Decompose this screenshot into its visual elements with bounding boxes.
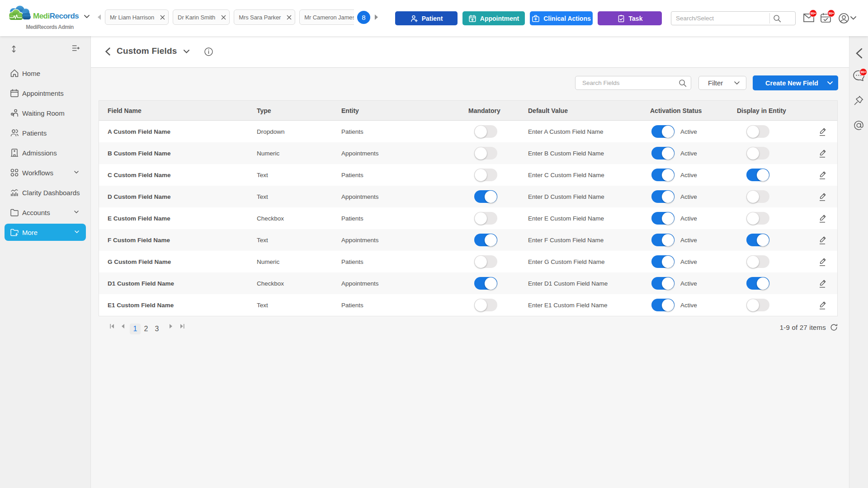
cell-type: Text: [248, 193, 333, 200]
pin-icon[interactable]: [849, 95, 868, 106]
edit-icon[interactable]: [818, 127, 837, 136]
activation-label: Active: [680, 150, 697, 157]
toggle-on[interactable]: [474, 277, 497, 290]
user-profile-icon[interactable]: [839, 13, 849, 23]
toggle-on[interactable]: [651, 169, 675, 181]
tab-close-icon[interactable]: [287, 15, 291, 19]
toggle-off[interactable]: [746, 255, 769, 268]
toggle-on[interactable]: [474, 234, 497, 246]
sidebar-item-more[interactable]: More: [5, 224, 86, 241]
edit-icon[interactable]: [818, 279, 837, 288]
mention-icon[interactable]: [849, 120, 868, 131]
toggle-on[interactable]: [651, 125, 675, 138]
toggle-off[interactable]: [746, 299, 769, 311]
toggle-off[interactable]: [746, 190, 769, 203]
cell-field-name: G Custom Field Name: [99, 258, 248, 265]
sidebar-item-home[interactable]: Home: [0, 63, 90, 83]
patient-tab[interactable]: Mrs Sara Parker: [234, 9, 295, 25]
tab-close-icon[interactable]: [160, 15, 165, 19]
table-row: B Custom Field Name Numeric Appointments…: [99, 142, 837, 164]
sidebar-expand-icon[interactable]: [10, 45, 17, 53]
logo-chevron-down-icon[interactable]: [84, 15, 90, 18]
cell-mandatory: [460, 190, 519, 203]
search-icon[interactable]: [770, 14, 795, 23]
pagination-first-button[interactable]: [109, 324, 114, 329]
tab-overflow-count-badge[interactable]: 8: [357, 11, 370, 24]
toggle-on[interactable]: [651, 255, 675, 268]
refresh-icon[interactable]: [830, 324, 838, 331]
pagination-last-button[interactable]: [180, 324, 185, 329]
patient-tab[interactable]: Dr Karin Smith: [173, 9, 230, 25]
edit-icon[interactable]: [818, 170, 837, 180]
page-title: Custom Fields: [117, 46, 177, 56]
toggle-on[interactable]: [651, 190, 675, 203]
cell-default-value: Enter B Custom Field Name: [519, 150, 642, 157]
title-chevron-down-icon[interactable]: [184, 50, 189, 53]
toggle-on[interactable]: [651, 234, 675, 246]
cell-type: Dropdown: [248, 128, 333, 135]
tabs-scroll-left-button[interactable]: [96, 13, 102, 21]
toggle-off[interactable]: [474, 169, 497, 181]
sidebar-item-workflows[interactable]: Workflows: [0, 163, 90, 183]
sidebar-item-accounts[interactable]: Accounts: [0, 202, 90, 222]
medirecords-logo[interactable]: MediRecords MediRecords Admin: [7, 4, 93, 33]
appointment-button[interactable]: Appointment: [462, 11, 525, 25]
sidebar-item-admissions[interactable]: Admissions: [0, 143, 90, 163]
panel-chevron-left-icon[interactable]: [849, 48, 868, 59]
patient-button[interactable]: Patient: [395, 11, 458, 25]
tab-close-icon[interactable]: [221, 15, 226, 19]
pagination-page-3[interactable]: 3: [151, 324, 162, 334]
toggle-off[interactable]: [746, 147, 769, 160]
toggle-off[interactable]: [746, 212, 769, 225]
patient-tab[interactable]: Mr Cameron James: [299, 9, 354, 25]
patient-tab[interactable]: Mr Liam Harrison: [105, 9, 169, 25]
pagination-prev-button[interactable]: [121, 324, 125, 329]
toggle-off[interactable]: [474, 255, 497, 268]
info-icon[interactable]: [204, 47, 213, 56]
sidebar-item-appointments[interactable]: Appointments: [0, 83, 90, 103]
edit-icon[interactable]: [818, 300, 837, 310]
profile-chevron-down-icon[interactable]: [850, 16, 856, 20]
cell-actions: [804, 192, 837, 202]
task-button[interactable]: Task: [598, 11, 662, 25]
edit-icon[interactable]: [818, 149, 837, 158]
cell-actions: [804, 170, 837, 180]
toggle-off[interactable]: [474, 299, 497, 311]
toggle-off[interactable]: [474, 147, 497, 160]
sidebar-collapse-icon[interactable]: [72, 45, 80, 51]
edit-icon[interactable]: [818, 214, 837, 223]
create-new-field-button[interactable]: Create New Field: [753, 75, 838, 90]
chevron-down-icon: [75, 230, 79, 233]
toggle-on[interactable]: [651, 277, 675, 290]
edit-icon[interactable]: [818, 192, 837, 202]
filter-chevron-down-icon: [734, 81, 740, 84]
sidebar-item-patients[interactable]: Patients: [0, 123, 90, 143]
sidebar-item-waiting-room[interactable]: Waiting Room: [0, 103, 90, 123]
clinical-actions-button[interactable]: Clinical Actions: [530, 11, 593, 25]
toggle-on[interactable]: [746, 169, 769, 181]
toggle-on[interactable]: [474, 190, 497, 203]
content-area: Filter Create New Field Field NameTypeEn…: [91, 68, 849, 488]
tabs-scroll-right-button[interactable]: [373, 13, 380, 21]
edit-icon[interactable]: [818, 257, 837, 267]
toggle-on[interactable]: [746, 277, 769, 290]
sidebar-item-clarity-dashboards[interactable]: Clarity Dashboards: [0, 183, 90, 202]
toggle-off[interactable]: [474, 125, 497, 138]
pagination-next-button[interactable]: [169, 324, 173, 329]
toggle-on[interactable]: [651, 147, 675, 160]
toggle-on[interactable]: [651, 212, 675, 225]
filter-dropdown[interactable]: Filter: [698, 76, 746, 90]
medirecords-cloud-icon: [8, 5, 31, 21]
global-search-input[interactable]: [671, 15, 769, 22]
toggle-on[interactable]: [651, 299, 675, 311]
edit-icon[interactable]: [818, 235, 837, 245]
toggle-off[interactable]: [474, 212, 497, 225]
pagination-page-1[interactable]: 1: [130, 324, 141, 334]
fields-search-input[interactable]: [576, 80, 675, 86]
back-chevron-icon[interactable]: [105, 47, 110, 56]
fields-search-icon[interactable]: [675, 79, 691, 87]
pagination-page-2[interactable]: 2: [141, 324, 151, 334]
toggle-off[interactable]: [746, 125, 769, 138]
toggle-on[interactable]: [746, 234, 769, 246]
cell-mandatory: [460, 212, 519, 225]
